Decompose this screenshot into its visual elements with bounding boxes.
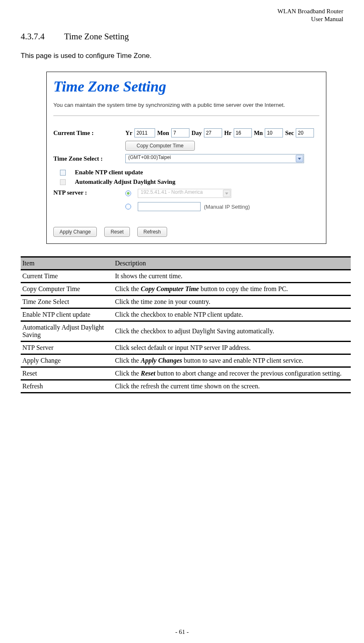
timezone-selected-value: (GMT+08:00)Taipei: [128, 154, 171, 160]
ntp-dropdown-line: 192.5.41.41 - North America: [125, 189, 319, 198]
desc-cell: Click the checkbox to enable NTP client …: [113, 309, 351, 322]
settings-panel: Time Zone Setting You can maintain the s…: [46, 72, 326, 244]
ntp-server-select[interactable]: 192.5.41.41 - North America: [138, 189, 231, 198]
desc-cell: Click the refresh the current time shown…: [113, 381, 351, 392]
panel-title: Time Zone Setting: [53, 78, 319, 95]
second-input[interactable]: [296, 128, 314, 137]
ntp-manual-input[interactable]: [138, 202, 201, 211]
running-header: WLAN Broadband Router User Manual: [21, 7, 343, 23]
divider: [53, 116, 319, 116]
yr-label: Yr: [125, 130, 132, 136]
hour-input[interactable]: [234, 128, 252, 137]
reset-button[interactable]: Reset: [104, 227, 129, 237]
tz-select-label: Time Zone Select :: [53, 154, 125, 162]
item-cell: Apply Change: [21, 355, 113, 368]
current-time-label: Current Time :: [53, 128, 125, 137]
ntp-dropdown-radio[interactable]: [125, 190, 131, 196]
chevron-down-icon: [296, 155, 303, 162]
ntp-server-label: NTP server :: [53, 188, 125, 196]
ntp-server-selected: 192.5.41.41 - North America: [141, 189, 203, 195]
table-row: Current TimeIt shows the current time.: [21, 270, 351, 283]
day-label: Day: [192, 130, 202, 136]
item-cell: Current Time: [21, 270, 113, 283]
section-heading: 4.3.7.4 Time Zone Setting: [21, 31, 343, 42]
table-row: Enable NTP client updateClick the checkb…: [21, 309, 351, 322]
manual-ip-label: (Manual IP Setting): [204, 204, 250, 210]
th-item: Item: [21, 258, 113, 270]
section-title: Time Zone Setting: [64, 31, 129, 41]
item-cell: Refresh: [21, 381, 113, 392]
table-row: RefreshClick the refresh the current tim…: [21, 381, 351, 392]
item-cell: Automatically Adjust Daylight Saving: [21, 322, 113, 342]
timezone-select[interactable]: (GMT+08:00)Taipei: [125, 154, 304, 163]
table-row: Automatically Adjust Daylight SavingClic…: [21, 322, 351, 342]
mon-label: Mon: [157, 130, 169, 136]
ntp-manual-radio[interactable]: [125, 204, 131, 210]
apply-change-button[interactable]: Apply Change: [53, 227, 97, 237]
auto-dst-checkbox[interactable]: [60, 179, 66, 185]
header-line-2: User Manual: [21, 15, 343, 23]
page-number: - 61 -: [0, 629, 364, 636]
table-row: Time Zone SelectClick the time zone in y…: [21, 296, 351, 309]
table-row: Copy Computer TimeClick the Copy Compute…: [21, 283, 351, 296]
enable-ntp-row: Enable NTP client update: [60, 169, 319, 176]
copy-computer-time-button[interactable]: Copy Computer Time: [125, 141, 195, 151]
day-input[interactable]: [204, 128, 222, 137]
desc-cell: It shows the current time.: [113, 270, 351, 283]
item-cell: Copy Computer Time: [21, 283, 113, 296]
month-input[interactable]: [171, 128, 189, 137]
table-row: Apply ChangeClick the Apply Changes butt…: [21, 355, 351, 368]
table-row: ResetClick the Reset button to abort cha…: [21, 368, 351, 381]
refresh-button[interactable]: Refresh: [137, 227, 167, 237]
desc-cell: Click the checkbox to adjust Daylight Sa…: [113, 322, 351, 342]
sec-label: Sec: [285, 130, 294, 136]
auto-dst-row: Automatically Adjust Daylight Saving: [60, 178, 319, 185]
table-row: NTP ServerClick select default or input …: [21, 342, 351, 355]
minute-input[interactable]: [265, 128, 283, 137]
enable-ntp-checkbox[interactable]: [60, 170, 66, 176]
description-table: Item Description Current TimeIt shows th…: [21, 256, 351, 393]
hr-label: Hr: [224, 130, 232, 136]
item-cell: Reset: [21, 368, 113, 381]
desc-cell: Click the Copy Computer Time button to c…: [113, 283, 351, 296]
ntp-server-row: NTP server : 192.5.41.41 - North America…: [53, 188, 319, 215]
item-cell: Enable NTP client update: [21, 309, 113, 322]
description-tbody: Current TimeIt shows the current time.Co…: [21, 270, 351, 392]
desc-cell: Click the Apply Changes button to save a…: [113, 355, 351, 368]
item-cell: NTP Server: [21, 342, 113, 355]
mn-label: Mn: [254, 130, 263, 136]
timezone-row: Time Zone Select : (GMT+08:00)Taipei: [53, 154, 319, 163]
action-bar: Apply Change Reset Refresh: [53, 227, 319, 237]
enable-ntp-label: Enable NTP client update: [75, 169, 143, 176]
chevron-down-icon: [223, 190, 230, 197]
desc-cell: Click the Reset button to abort change a…: [113, 368, 351, 381]
panel-subtitle: You can maintain the system time by sync…: [53, 102, 319, 108]
desc-cell: Click the time zone in your country.: [113, 296, 351, 309]
th-desc: Description: [113, 258, 351, 270]
current-time-row: Current Time : Yr Mon Day Hr Mn Sec Copy…: [53, 128, 319, 151]
ntp-manual-line: (Manual IP Setting): [125, 202, 319, 211]
item-cell: Time Zone Select: [21, 296, 113, 309]
intro-text: This page is used to configure Time Zone…: [21, 52, 343, 60]
year-input[interactable]: [134, 128, 155, 137]
auto-dst-label: Automatically Adjust Daylight Saving: [75, 178, 175, 185]
header-line-1: WLAN Broadband Router: [21, 7, 343, 15]
desc-cell: Click select default or input NTP server…: [113, 342, 351, 355]
section-number: 4.3.7.4: [21, 31, 62, 42]
